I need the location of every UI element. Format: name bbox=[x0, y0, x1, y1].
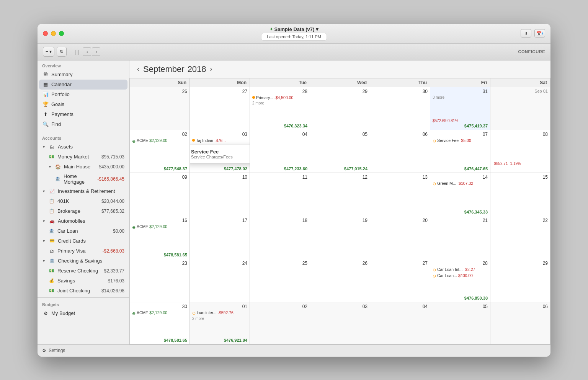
cal-cell-11[interactable]: 11 bbox=[250, 173, 310, 216]
cal-next-button[interactable]: › bbox=[210, 65, 212, 73]
cal-cell-13[interactable]: 13 bbox=[370, 173, 430, 216]
sidebar-item-home-mortgage[interactable]: 🏦 Home Mortgage -$165,866.45 bbox=[38, 172, 129, 186]
sidebar-group-automobiles[interactable]: ▼ 🚗 Automobiles bbox=[38, 216, 129, 226]
toolbar: + ▾ ↻ ||| ‹ › CONFIGURE bbox=[38, 44, 550, 60]
cal-cell-21[interactable]: 21 bbox=[430, 216, 490, 259]
cal-cell-06[interactable]: 06 bbox=[370, 130, 430, 173]
cal-prev-button[interactable]: ‹ bbox=[137, 65, 139, 73]
event-text: Car Loan... bbox=[437, 273, 457, 279]
cal-cell-07[interactable]: 07 ⊙ Service Fee -$5.00 $476,447.65 bbox=[430, 130, 490, 173]
sidebar-item-primary-visa[interactable]: 🗂 Primary Visa -$2,668.03 bbox=[38, 246, 129, 256]
cal-cell-03[interactable]: 03 Taj Indian -$76... Service Fee Servic… bbox=[190, 130, 250, 173]
cal-cell-14[interactable]: 14 ⊙ Green M... -$107.32 $476,345.33 bbox=[430, 173, 490, 216]
cell-date: 02 bbox=[252, 304, 307, 309]
configure-button[interactable]: CONFIGURE bbox=[518, 49, 546, 54]
sidebar-item-summary[interactable]: 🏛 Summary bbox=[38, 70, 129, 80]
brokerage-label: Brokerage bbox=[57, 208, 99, 214]
investments-label: Investments & Retirement bbox=[58, 188, 124, 194]
cal-cell-23[interactable]: 23 bbox=[130, 259, 190, 302]
cal-cell-15[interactable]: 15 bbox=[490, 173, 550, 216]
cal-cell-02[interactable]: 02 ⊕ ACME $2,129.00 $477,548.37 bbox=[130, 130, 190, 173]
sidebar-item-reserve-checking[interactable]: 💵 Reserve Checking $2,339.77 bbox=[38, 266, 129, 276]
brokerage-value: $77,685.32 bbox=[101, 209, 124, 214]
minimize-button[interactable] bbox=[51, 31, 56, 36]
sidebar-group-investments[interactable]: ▼ 📈 Investments & Retirement bbox=[38, 186, 129, 196]
col-sun: Sun bbox=[130, 78, 190, 87]
sidebar-item-car-loan[interactable]: 🏦 Car Loan $0.00 bbox=[38, 226, 129, 236]
export-button[interactable]: ⬇ bbox=[521, 29, 531, 38]
cal-cell-oct06[interactable]: 06 bbox=[490, 302, 550, 344]
event-text: ACME bbox=[137, 310, 148, 316]
cal-cell-sep27[interactable]: 27 bbox=[190, 87, 250, 130]
sidebar-item-money-market[interactable]: 💵 Money Market $95,715.03 bbox=[38, 152, 129, 162]
refresh-button[interactable]: ↻ bbox=[57, 47, 67, 57]
sidebar-item-main-house[interactable]: ▼ 🏠 Main House $435,000.00 bbox=[38, 162, 129, 172]
add-button[interactable]: + ▾ bbox=[43, 47, 54, 57]
cal-cell-05[interactable]: 05 $477,015.24 bbox=[310, 130, 370, 173]
cal-cell-sep30[interactable]: 30 bbox=[370, 87, 430, 130]
cal-cell-oct04[interactable]: 04 bbox=[370, 302, 430, 344]
money-market-icon: 💵 bbox=[48, 153, 55, 160]
find-label: Find bbox=[51, 121, 124, 127]
close-button[interactable] bbox=[43, 31, 48, 36]
cal-cell-16[interactable]: 16 ⊕ ACME $2,129.00 $478,581.65 bbox=[130, 216, 190, 259]
sidebar-item-calendar[interactable]: ▦ Calendar bbox=[39, 80, 127, 90]
cal-cell-17[interactable]: 17 bbox=[190, 216, 250, 259]
sidebar-item-joint-checking[interactable]: 💵 Joint Checking $14,026.98 bbox=[38, 286, 129, 296]
cal-cell-26[interactable]: 26 bbox=[310, 259, 370, 302]
cal-cell-oct31[interactable]: 31 3 more $572.69 0.81% $475,419.37 bbox=[430, 87, 490, 130]
cal-cell-30[interactable]: 30 ⊕ ACME $2,129.00 $478,581.65 bbox=[130, 302, 190, 344]
cal-cell-04[interactable]: 04 $477,233.60 bbox=[250, 130, 310, 173]
sidebar-group-credit-cards[interactable]: ▼ 💳 Credit Cards bbox=[38, 236, 129, 246]
sidebar-item-my-budget[interactable]: ⚙ My Budget bbox=[38, 308, 129, 318]
cal-cell-oct02[interactable]: 02 bbox=[250, 302, 310, 344]
event-popup: Service Fee Service Charges/Fees ↩ 🖨 ⬆ +… bbox=[190, 145, 250, 163]
cal-cell-19[interactable]: 19 bbox=[310, 216, 370, 259]
cal-cell-18[interactable]: 18 bbox=[250, 216, 310, 259]
credit-cards-label: Credit Cards bbox=[58, 238, 124, 244]
sidebar-item-find[interactable]: 🔍 Find bbox=[38, 119, 129, 129]
cal-cell-28[interactable]: 28 ⊙ Car Loan Int... -$2.27 ⊙ Car Loan..… bbox=[430, 259, 490, 302]
sidebar-item-401k[interactable]: 📋 401K $20,044.00 bbox=[38, 196, 129, 206]
sidebar-group-checking-savings[interactable]: ▼ 🏦 Checking & Savings bbox=[38, 256, 129, 266]
title-dropdown-icon[interactable]: ▾ bbox=[316, 26, 318, 32]
calendar-button[interactable]: 📅3 bbox=[534, 29, 545, 38]
settings-item[interactable]: ⚙ Settings bbox=[42, 348, 65, 353]
titlebar-actions: ⬇ 📅3 bbox=[521, 29, 545, 38]
event-amount: $400.00 bbox=[458, 273, 473, 279]
cal-cell-aug26[interactable]: 26 bbox=[130, 87, 190, 130]
cal-cell-29[interactable]: 29 bbox=[490, 259, 550, 302]
cal-cell-27[interactable]: 27 bbox=[370, 259, 430, 302]
home-mortgage-value: -$165,866.45 bbox=[97, 176, 124, 182]
cal-event: Taj Indian -$76... bbox=[192, 138, 247, 144]
cal-cell-oct05[interactable]: 05 bbox=[430, 302, 490, 344]
sidebar-item-savings[interactable]: 💰 Savings $176.03 bbox=[38, 276, 129, 286]
cal-cell-oct03[interactable]: 03 bbox=[310, 302, 370, 344]
cal-cell-oct01[interactable]: 01 ⊙ loan inter... -$592.76 2 more $476,… bbox=[190, 302, 250, 344]
cal-cell-20[interactable]: 20 bbox=[370, 216, 430, 259]
sidebar-item-payments[interactable]: ⬆ Payments bbox=[38, 109, 129, 119]
nav-prev-button[interactable]: ‹ bbox=[83, 47, 91, 56]
sidebar-item-brokerage[interactable]: 📋 Brokerage $77,685.32 bbox=[38, 206, 129, 216]
cell-date: 06 bbox=[372, 132, 428, 137]
sidebar-item-portfolio[interactable]: 📊 Portfolio bbox=[38, 90, 129, 99]
cal-cell-25[interactable]: 25 bbox=[250, 259, 310, 302]
reserve-checking-icon: 💵 bbox=[48, 267, 55, 274]
sidebar-item-goals[interactable]: 🏆 Goals bbox=[38, 99, 129, 109]
maximize-button[interactable] bbox=[59, 31, 64, 36]
cal-cell-08[interactable]: 08 -$852.71 -1.19% bbox=[490, 130, 550, 173]
cal-cell-12[interactable]: 12 bbox=[310, 173, 370, 216]
nav-next-button[interactable]: › bbox=[92, 47, 100, 56]
cal-cell-24[interactable]: 24 bbox=[190, 259, 250, 302]
cell-date: 10 bbox=[192, 175, 247, 180]
cal-cell-09[interactable]: 09 bbox=[130, 173, 190, 216]
event-text: Taj Indian bbox=[196, 138, 213, 144]
sidebar-group-assets[interactable]: ▼ 🗂 Assets bbox=[38, 142, 129, 152]
cal-cell-sep29[interactable]: 29 bbox=[310, 87, 370, 130]
cal-cell-oct1[interactable]: Sep 01 bbox=[490, 87, 550, 130]
cal-cell-sep28-r1[interactable]: 28 Primary... -$4,500.00 2 more $476,323… bbox=[250, 87, 310, 130]
cal-cell-22[interactable]: 22 bbox=[490, 216, 550, 259]
cell-date: 27 bbox=[192, 89, 247, 94]
cal-cell-10[interactable]: 10 bbox=[190, 173, 250, 216]
cell-date: 02 bbox=[132, 132, 187, 137]
